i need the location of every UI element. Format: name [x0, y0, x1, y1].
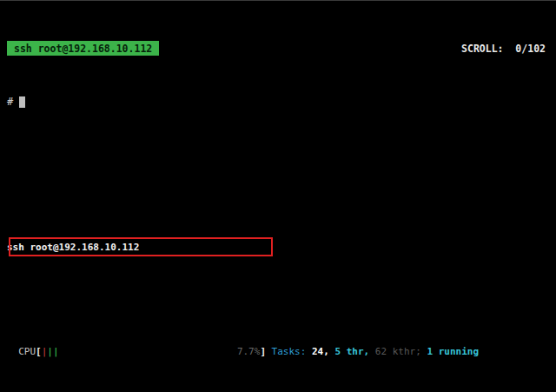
pane-title: ssh root@192.168.10.112: [7, 241, 549, 254]
shell-prompt[interactable]: #: [7, 96, 549, 108]
cpu-meter-line: CPU[|||7.7%] Tasks: 24, 5 thr, 62 kthr; …: [7, 345, 549, 358]
htop-pane: ssh root@192.168.10.112 CPU[|||7.7%] Tas…: [7, 202, 549, 392]
cpu-meter-value: 7.7%: [237, 345, 261, 358]
cpu-meter: CPU[|||7.7%]: [7, 345, 266, 358]
session-tab: ssh root@192.168.10.112: [7, 41, 159, 56]
cpu-meter-bars: |||: [42, 345, 59, 358]
prompt-symbol: #: [7, 96, 13, 108]
terminal-cursor-block: [19, 96, 25, 108]
blank-line: [7, 280, 549, 293]
scroll-indicator: SCROLL: 0/102: [458, 41, 549, 56]
tasks-stat: Tasks: 24, 5 thr, 62 kthr; 1 running: [272, 345, 479, 358]
terminal-window: ssh root@192.168.10.112 SCROLL: 0/102 # …: [0, 0, 556, 392]
cpu-meter-label: CPU: [18, 345, 36, 358]
top-terminal-pane: ssh root@192.168.10.112 SCROLL: 0/102 #: [7, 8, 549, 141]
session-status-bar: ssh root@192.168.10.112 SCROLL: 0/102: [7, 41, 549, 56]
